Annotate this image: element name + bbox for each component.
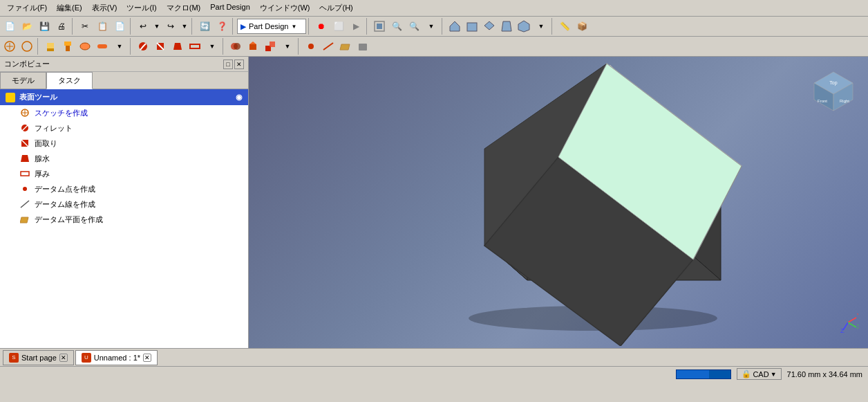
svg-text:X: X xyxy=(857,323,858,330)
tab-unnamed-close[interactable]: ✕ xyxy=(143,354,151,362)
panel-item-datum-plane-label: データム平面を作成 xyxy=(35,214,103,225)
svg-rect-1 xyxy=(377,24,382,29)
svg-point-40 xyxy=(23,187,27,191)
tb-sketch-create[interactable] xyxy=(1,38,18,55)
panel-item-datum-line[interactable]: データム線を作成 xyxy=(0,197,248,212)
tb-pad[interactable] xyxy=(42,38,59,55)
viewport[interactable]: Top Front Right Y X Z xyxy=(249,57,868,348)
tab-unnamed[interactable]: U Unnamed : 1* ✕ xyxy=(75,350,158,365)
panel-item-sketch[interactable]: スケッチを作成 xyxy=(0,105,248,120)
tb-view-home[interactable] xyxy=(446,18,463,35)
tb-measure[interactable]: 📏 xyxy=(556,18,573,35)
tb-redo-drop[interactable]: ▼ xyxy=(180,18,189,35)
cad-dropdown-arrow[interactable]: ▼ xyxy=(771,371,777,378)
combo-restore-btn[interactable]: □ xyxy=(223,60,233,69)
panel-item-chamfer[interactable]: 面取り xyxy=(0,136,248,151)
combo-tab-model[interactable]: モデル xyxy=(0,72,46,89)
svg-point-28 xyxy=(308,44,314,49)
tb-boolean[interactable] xyxy=(227,38,244,55)
section-title: 表面ツール xyxy=(19,92,57,102)
tb-more-boolean[interactable]: ▼ xyxy=(279,38,296,55)
tb-cut[interactable]: ✂ xyxy=(77,18,93,35)
panel-item-chamfer-label: 面取り xyxy=(35,138,57,149)
tb-undo-drop[interactable]: ▼ xyxy=(152,18,162,35)
workbench-arrow: ▼ xyxy=(291,24,296,30)
tb-play[interactable]: ▶ xyxy=(348,18,364,35)
tb-view-more[interactable]: ▼ xyxy=(423,18,440,35)
panel-item-thickness-label: 厚み xyxy=(35,169,50,179)
tb-paste[interactable]: 📄 xyxy=(111,18,128,35)
sep7 xyxy=(442,18,444,35)
tb-fillet[interactable] xyxy=(135,38,151,55)
tb-pocket[interactable] xyxy=(59,38,76,55)
workbench-selector[interactable]: ▶ Part Design ▼ xyxy=(237,19,306,34)
panel-item-fillet[interactable]: フィレット xyxy=(0,120,248,136)
combo-title-controls: □ ✕ xyxy=(223,60,244,69)
tb-thickness[interactable] xyxy=(187,38,203,55)
tb-help[interactable]: ❓ xyxy=(214,18,230,35)
menu-macro[interactable]: マクロ(M) xyxy=(162,1,205,15)
tb-view-iso[interactable] xyxy=(516,18,532,35)
tb-view-more2[interactable]: ▼ xyxy=(533,18,549,35)
tb-copy[interactable]: 📋 xyxy=(94,18,111,35)
tb-sketch-edit[interactable] xyxy=(19,38,35,55)
tb-rec-start[interactable]: ⏺ xyxy=(313,18,330,35)
panel-item-datum-plane[interactable]: データム平面を作成 xyxy=(0,212,248,227)
tb-refresh[interactable]: 🔄 xyxy=(196,18,213,35)
tb-part[interactable] xyxy=(245,38,261,55)
sketch-icon xyxy=(19,107,30,118)
tb-body[interactable] xyxy=(355,38,371,55)
menubar: ファイル(F) 編集(E) 表示(V) ツール(I) マクロ(M) Part D… xyxy=(0,0,868,17)
combo-tab-task[interactable]: タスク xyxy=(46,72,93,89)
tb-view-fit-sel[interactable]: 🔍 xyxy=(388,18,405,35)
svg-marker-11 xyxy=(47,48,54,51)
menu-file[interactable]: ファイル(F) xyxy=(3,1,51,15)
tb-chamfer[interactable] xyxy=(152,38,169,55)
combo-close-btn[interactable]: ✕ xyxy=(234,60,244,69)
tab-start-page[interactable]: S Start page ✕ xyxy=(3,350,74,365)
tb-view-top[interactable] xyxy=(481,18,498,35)
panel-item-draft[interactable]: 腺水 xyxy=(0,151,248,166)
menu-view[interactable]: 表示(V) xyxy=(88,1,122,15)
tb-draft[interactable] xyxy=(169,38,186,55)
tb-parts[interactable]: 📦 xyxy=(574,18,590,35)
menu-window[interactable]: ウインドウ(W) xyxy=(256,1,314,15)
menu-tools[interactable]: ツール(I) xyxy=(122,1,160,15)
tb-open[interactable]: 📂 xyxy=(19,18,35,35)
tb-view-right[interactable] xyxy=(498,18,515,35)
draft-icon xyxy=(19,153,30,164)
menu-help[interactable]: ヘルプ(H) xyxy=(315,1,357,15)
tb-undo-arrow[interactable]: ↩ xyxy=(135,18,151,35)
svg-marker-20 xyxy=(173,43,182,50)
thickness-icon xyxy=(19,168,30,179)
section-collapse-icon[interactable]: ◉ xyxy=(236,93,243,102)
menu-partdesign[interactable]: Part Design xyxy=(206,1,254,15)
panel-item-thickness[interactable]: 厚み xyxy=(0,166,248,181)
tb-view-front[interactable] xyxy=(464,18,480,35)
tb-datum-point[interactable] xyxy=(303,38,319,55)
tab-unnamed-icon: U xyxy=(82,353,91,363)
tb-clone[interactable] xyxy=(262,38,279,55)
tb-groove[interactable] xyxy=(94,38,111,55)
tb-print[interactable]: 🖨 xyxy=(53,18,70,35)
tb-more-dress[interactable]: ▼ xyxy=(204,38,220,55)
tb-datum-plane[interactable] xyxy=(337,38,354,55)
tb-more-features[interactable]: ▼ xyxy=(111,38,128,55)
menu-edit[interactable]: 編集(E) xyxy=(53,1,86,15)
svg-rect-39 xyxy=(21,172,29,176)
nav-cube[interactable]: Top Front Right xyxy=(813,71,854,112)
svg-line-41 xyxy=(21,201,29,208)
tab-start-close[interactable]: ✕ xyxy=(59,354,68,362)
tb-datum-line[interactable] xyxy=(320,38,337,55)
panel-item-datum-point[interactable]: データム点を作成 xyxy=(0,181,248,197)
tb-view-fit-all[interactable] xyxy=(371,18,388,35)
svg-point-10 xyxy=(22,42,32,51)
tb-rec-stop[interactable]: ⬜ xyxy=(330,18,347,35)
tb-redo-arrow[interactable]: ↪ xyxy=(162,18,179,35)
tb-new[interactable]: 📄 xyxy=(1,18,18,35)
tb-save[interactable]: 💾 xyxy=(36,18,53,35)
tb-view-zoom-out[interactable]: 🔍 xyxy=(406,18,422,35)
tb-revolution[interactable] xyxy=(77,38,93,55)
tab-start-label: Start page xyxy=(21,354,57,362)
cad-indicator[interactable]: 🔒 CAD ▼ xyxy=(737,368,781,380)
